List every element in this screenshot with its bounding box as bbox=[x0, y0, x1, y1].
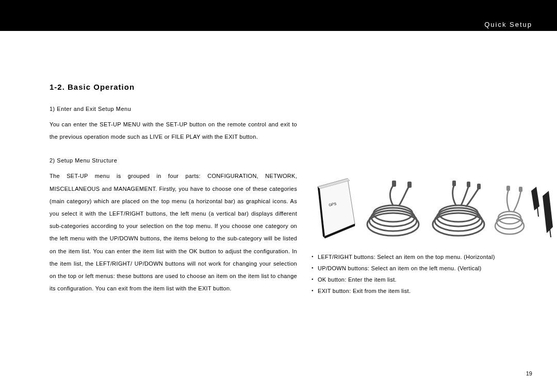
svg-rect-21 bbox=[506, 186, 510, 191]
header-title: Quick Setup bbox=[484, 21, 532, 28]
component-cable-icon bbox=[493, 175, 527, 242]
header-bar: Quick Setup bbox=[0, 0, 557, 31]
svg-marker-23 bbox=[531, 187, 539, 210]
svg-rect-22 bbox=[519, 187, 522, 192]
svg-marker-24 bbox=[543, 191, 553, 233]
bullet-ok: OK button: Enter the item list. bbox=[312, 276, 549, 283]
svg-rect-9 bbox=[392, 181, 396, 187]
body-text-2: The SET-UP menu is grouped in four parts… bbox=[50, 170, 297, 295]
av-cable-2-icon bbox=[428, 175, 488, 242]
svg-line-25 bbox=[537, 207, 538, 217]
manual-booklet-icon: GPS bbox=[312, 175, 358, 242]
rca-adapter-icon bbox=[527, 175, 555, 242]
left-column: 1-2. Basic Operation 1) Enter and Exit S… bbox=[50, 83, 297, 309]
section-title: 1-2. Basic Operation bbox=[50, 83, 297, 91]
subheading-1: 1) Enter and Exit Setup Menu bbox=[50, 106, 297, 112]
button-instructions-list: LEFT/RIGHT buttons: Select an item on th… bbox=[312, 254, 549, 294]
av-cable-1-icon bbox=[362, 175, 423, 242]
svg-rect-16 bbox=[467, 182, 470, 187]
bullet-up-down: UP/DOWN buttons: Select an item on the l… bbox=[312, 265, 549, 271]
bullet-left-right: LEFT/RIGHT buttons: Select an item on th… bbox=[312, 254, 549, 260]
right-column: GPS bbox=[312, 175, 549, 299]
subheading-2: 2) Setup Menu Structure bbox=[50, 157, 297, 164]
accessories-figure: GPS bbox=[312, 175, 549, 242]
svg-rect-10 bbox=[407, 182, 412, 188]
svg-rect-15 bbox=[452, 181, 456, 186]
document-page: Quick Setup 1-2. Basic Operation 1) Ente… bbox=[0, 0, 557, 392]
svg-rect-17 bbox=[477, 184, 481, 189]
bullet-exit: EXIT button: Exit from the item list. bbox=[312, 288, 549, 294]
page-number: 19 bbox=[526, 370, 532, 377]
body-text-1: You can enter the SET-UP MENU with the S… bbox=[50, 118, 297, 143]
svg-line-26 bbox=[550, 229, 551, 237]
